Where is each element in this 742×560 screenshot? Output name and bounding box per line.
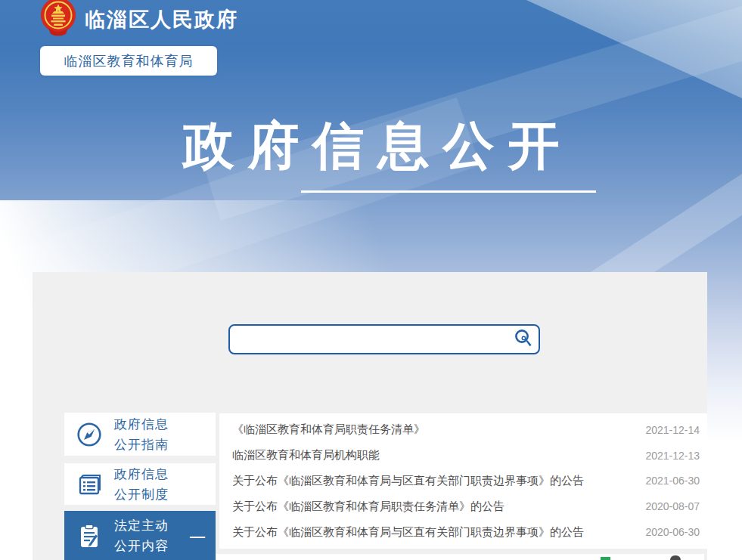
sidebar-item-guide[interactable]: 政府信息 公开指南: [64, 413, 216, 456]
search-input[interactable]: [230, 326, 511, 353]
sidebar-item-label: 政府信息 公开指南: [114, 414, 169, 455]
article-title-link[interactable]: 关于公布《临淄区教育和体育局与区直有关部门职责边界事项》的公告: [232, 525, 584, 540]
article-title-link[interactable]: 临淄区教育和体育局机构职能: [232, 448, 380, 463]
department-tab-button[interactable]: 临淄区教育和体育局: [40, 46, 217, 76]
search-button[interactable]: [511, 326, 536, 352]
article-date: 2021-12-13: [645, 450, 700, 462]
list-item: 关于公布《临淄区教育和体育局职责任务清单》的公告 2020-08-07: [219, 493, 707, 519]
sidebar-item-system[interactable]: 政府信息 公开制度: [64, 463, 216, 505]
article-title-link[interactable]: 关于公布《临淄区教育和体育局与区直有关部门职责边界事项》的公告: [232, 474, 584, 488]
ledger-icon: [76, 471, 103, 498]
page: 临淄区人民政府 临淄区教育和体育局 政府信息公开: [0, 0, 742, 560]
site-name: 临淄区人民政府: [85, 6, 238, 33]
search-box: [228, 324, 540, 354]
collapse-minus-indicator[interactable]: —: [190, 528, 205, 543]
list-item: 关于公布《临淄区教育和体育局与区直有关部门职责边界事项》的公告 2020-06-…: [219, 519, 707, 545]
cutoff-dark-fragment: [670, 555, 681, 560]
article-list: 《临淄区教育和体育局职责任务清单》 2021-12-14 临淄区教育和体育局机构…: [219, 413, 707, 549]
cutoff-green-fragment: [601, 557, 610, 560]
sidebar-item-statutory-active[interactable]: 法定主动 公开内容 —: [64, 511, 216, 560]
partial-next-row: [216, 554, 704, 560]
sidebar-item-label: 法定主动 公开内容: [114, 515, 169, 556]
sidebar-item-label: 政府信息 公开制度: [114, 464, 169, 505]
clipboard-pencil-icon: [76, 522, 103, 549]
list-item: 《临淄区教育和体育局职责任务清单》 2021-12-14: [219, 417, 707, 443]
list-item: 关于公布《临淄区教育和体育局与区直有关部门职责边界事项》的公告 2021-06-…: [219, 469, 707, 494]
article-date: 2021-06-30: [645, 475, 700, 487]
national-emblem-icon: [38, 0, 79, 37]
article-date: 2021-12-14: [645, 424, 700, 436]
article-date: 2020-08-07: [645, 500, 700, 512]
article-title-link[interactable]: 《临淄区教育和体育局职责任务清单》: [232, 422, 425, 437]
title-underline: [301, 190, 596, 193]
article-title-link[interactable]: 关于公布《临淄区教育和体育局职责任务清单》的公告: [232, 500, 504, 514]
list-item: 临淄区教育和体育局机构职能 2021-12-13: [219, 443, 707, 469]
search-icon: [514, 328, 534, 351]
page-title: 政府信息公开: [0, 112, 742, 181]
compass-icon: [76, 421, 103, 448]
article-date: 2020-06-30: [645, 526, 700, 538]
